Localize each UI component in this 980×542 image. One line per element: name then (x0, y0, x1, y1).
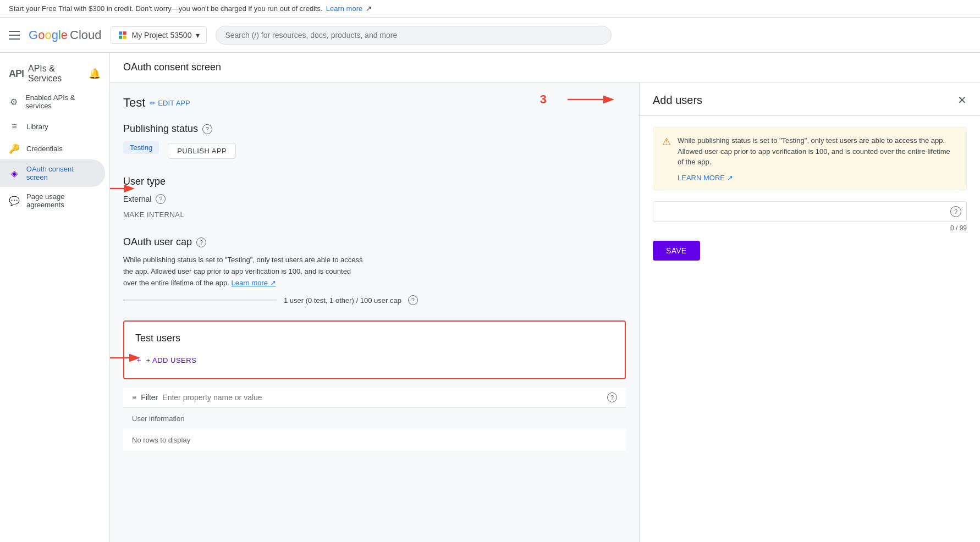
oauth-cap-help-icon[interactable]: ? (196, 237, 206, 247)
publish-app-button[interactable]: PUBLISH APP (168, 143, 236, 159)
api-label: API (9, 68, 24, 80)
project-name: My Project 53500 (132, 31, 192, 40)
enabled-apis-icon: ⚙ (9, 96, 19, 107)
external-link-icon: ↗ (366, 4, 372, 13)
app-name: Test (123, 96, 145, 110)
user-type-value: External ? (123, 194, 626, 204)
progress-bar (123, 299, 277, 301)
user-type-help-icon[interactable]: ? (156, 194, 166, 204)
filter-input[interactable] (162, 393, 603, 402)
publishing-status-title: Publishing status ? (123, 123, 626, 135)
filter-help-icon[interactable]: ? (607, 392, 617, 402)
add-users-panel: Add users ✕ ⚠ While publishing status is… (639, 82, 980, 542)
sidebar-item-label: OAuth consent screen (26, 165, 96, 181)
panel-title: Add users (653, 94, 702, 107)
banner-text: Start your Free Trial with $300 in credi… (9, 4, 323, 13)
notification-icon[interactable]: 🔔 (89, 68, 101, 80)
main-layout: API APIs & Services 🔔 ⚙ Enabled APIs & s… (0, 53, 980, 542)
chevron-down-icon: ▾ (196, 31, 200, 40)
publishing-status-help-icon[interactable]: ? (202, 124, 212, 134)
progress-help-icon[interactable]: ? (408, 295, 418, 305)
sidebar-item-library[interactable]: ≡ Library (0, 115, 105, 137)
email-input[interactable] (653, 201, 967, 222)
filter-bar: ≡ Filter ? (123, 388, 626, 407)
svg-rect-2 (119, 35, 122, 38)
svg-rect-1 (123, 31, 126, 35)
annotation-1-arrow (110, 183, 136, 194)
google-cloud-logo: Google Cloud (29, 28, 102, 42)
sidebar-section-title: APIs & Services (28, 64, 84, 84)
search-input[interactable] (216, 26, 612, 45)
user-type-section: User type External ? MAKE INTERNAL (123, 176, 626, 221)
project-selector[interactable]: My Project 53500 ▾ (111, 26, 207, 44)
sidebar: API APIs & Services 🔔 ⚙ Enabled APIs & s… (0, 53, 110, 542)
oauth-user-cap-section: OAuth user cap ? While publishing status… (123, 236, 626, 305)
progress-label: 1 user (0 test, 1 other) / 100 user cap (284, 296, 401, 305)
sidebar-item-label: Credentials (26, 145, 63, 153)
progress-bar-container: 1 user (0 test, 1 other) / 100 user cap … (123, 295, 626, 305)
sidebar-item-label: Enabled APIs & services (25, 93, 96, 110)
menu-button[interactable] (9, 31, 20, 40)
annotation-3-label: 3 (540, 92, 547, 107)
test-users-title: Test users (135, 333, 614, 344)
annotation-3-arrow (551, 91, 617, 108)
warning-text: While publishing status is set to "Testi… (678, 135, 957, 168)
app-header: Google Cloud My Project 53500 ▾ (0, 18, 980, 53)
make-internal-button[interactable]: MAKE INTERNAL (123, 208, 184, 221)
progress-fill (123, 299, 125, 301)
learn-more-link[interactable]: Learn more (326, 4, 362, 13)
input-help-icon[interactable]: ? (950, 206, 961, 217)
test-users-box: Test users ＋ + ADD USERS 2 (123, 320, 626, 379)
publishing-status-section: Publishing status ? Testing PUBLISH APP … (123, 123, 626, 161)
save-button[interactable]: SAVE (653, 241, 700, 261)
oauth-cap-description: While publishing status is set to "Testi… (123, 255, 365, 289)
sidebar-item-oauth-consent[interactable]: ◈ OAuth consent screen (0, 159, 105, 187)
sidebar-item-credentials[interactable]: 🔑 Credentials (0, 137, 105, 159)
oauth-cap-title: OAuth user cap ? (123, 236, 626, 248)
sidebar-item-label: Page usage agreements (26, 192, 96, 209)
annotation-2-arrow (110, 352, 142, 363)
input-counter: 0 / 99 (653, 224, 967, 232)
user-type-title: User type (123, 176, 626, 187)
table-header-row: User information (123, 407, 626, 429)
sidebar-item-label: Library (26, 123, 48, 131)
panel-header: Add users ✕ (640, 82, 980, 116)
add-users-button[interactable]: ＋ + ADD USERS (135, 353, 196, 367)
warning-box: ⚠ While publishing status is set to "Tes… (653, 127, 967, 190)
panel-learn-more-link[interactable]: LEARN MORE ↗ (678, 174, 733, 182)
library-icon: ≡ (9, 121, 20, 132)
page-usage-icon: 💬 (9, 195, 20, 206)
svg-rect-0 (119, 31, 122, 35)
close-panel-button[interactable]: ✕ (957, 93, 967, 107)
main-content: Test ✏ EDIT APP 3 (110, 82, 639, 542)
warning-icon: ⚠ (662, 136, 671, 148)
sidebar-item-enabled-apis[interactable]: ⚙ Enabled APIs & services (0, 88, 105, 115)
empty-table-message: No rows to display (123, 429, 626, 451)
edit-app-button[interactable]: ✏ EDIT APP (150, 99, 190, 107)
page-header: OAuth consent screen (110, 53, 980, 82)
testing-badge: Testing (123, 141, 159, 154)
filter-label: Filter (141, 393, 158, 402)
top-banner: Start your Free Trial with $300 in credi… (0, 0, 980, 18)
oauth-cap-learn-more[interactable]: Learn more ↗ (232, 279, 276, 287)
app-title-section: Test ✏ EDIT APP 3 (123, 96, 626, 110)
project-icon (118, 30, 128, 40)
oauth-icon: ◈ (9, 168, 20, 179)
pencil-icon: ✏ (150, 99, 156, 107)
svg-rect-3 (123, 35, 126, 38)
external-link-icon: ↗ (727, 174, 733, 182)
filter-icon: ≡ (132, 393, 136, 402)
credentials-icon: 🔑 (9, 143, 20, 154)
sidebar-item-page-usage[interactable]: 💬 Page usage agreements (0, 187, 105, 214)
email-input-section: ? 0 / 99 SAVE (640, 201, 980, 269)
